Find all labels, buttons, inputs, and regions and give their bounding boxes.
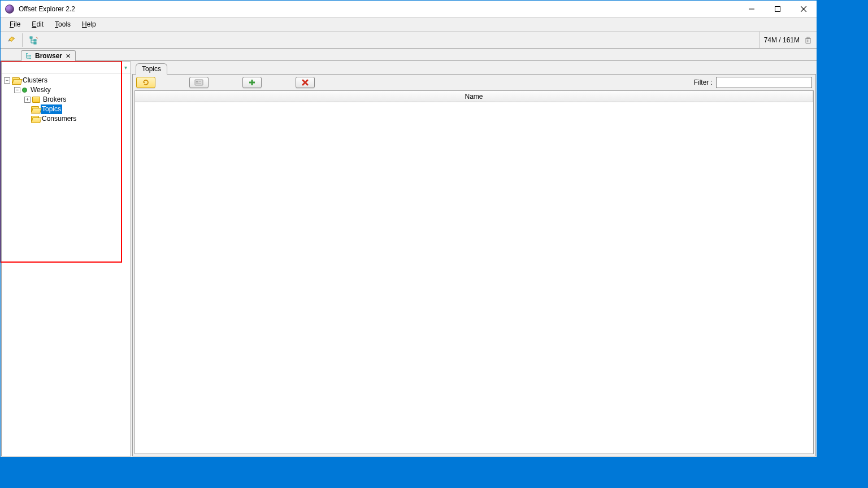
svg-rect-14 — [807, 37, 809, 38]
menu-tools[interactable]: Tools — [49, 19, 76, 30]
tree-node-topics[interactable]: Topics — [3, 104, 129, 114]
add-topic-button[interactable] — [242, 77, 262, 88]
menu-file[interactable]: File — [4, 19, 26, 30]
filter-clear-icon[interactable]: ▾ — [121, 64, 129, 71]
menu-edit[interactable]: Edit — [26, 19, 49, 30]
tree-label: Clusters — [21, 76, 49, 85]
tree-label: Brokers — [42, 95, 67, 104]
svg-rect-7 — [30, 37, 32, 38]
collapse-icon[interactable]: − — [4, 77, 10, 84]
menu-help[interactable]: Help — [76, 19, 102, 30]
folder-open-icon — [31, 116, 39, 122]
app-icon — [5, 5, 14, 14]
tree-icon — [29, 36, 38, 45]
svg-rect-17 — [29, 58, 31, 59]
tree-node-brokers[interactable]: + Brokers — [3, 95, 129, 104]
memory-indicator: 74M / 161M — [759, 32, 817, 48]
plug-icon — [6, 36, 15, 45]
svg-rect-8 — [34, 40, 36, 41]
add-cluster-button[interactable] — [3, 33, 19, 47]
editor-tabstrip: Browser ✕ — [1, 49, 817, 61]
svg-rect-9 — [34, 42, 36, 44]
plus-icon — [249, 79, 255, 86]
folder-icon — [32, 97, 40, 103]
tree-node-wesky[interactable]: − Wesky — [3, 85, 129, 95]
minimize-button[interactable] — [739, 1, 765, 18]
trash-icon — [804, 36, 812, 44]
delete-topic-button[interactable] — [296, 77, 315, 88]
tab-topics[interactable]: Topics — [136, 63, 167, 75]
tree-small-icon — [26, 53, 33, 59]
card-icon — [194, 79, 203, 86]
memory-text: 74M / 161M — [764, 36, 800, 44]
tab-label: Browser — [35, 52, 62, 60]
delete-x-icon — [302, 79, 309, 86]
detail-tabstrip: Topics — [132, 62, 816, 74]
tree-node-consumers[interactable]: Consumers — [3, 114, 129, 124]
app-window: Offset Explorer 2.2 File Edit Tools Help — [0, 0, 817, 457]
sidebar: ▾ − Clusters − Wesky + — [1, 62, 131, 456]
table-header: Name — [135, 91, 813, 102]
topics-toolbar: Filter : — [133, 75, 815, 90]
collapse-icon[interactable]: − — [14, 87, 20, 93]
refresh-icon — [142, 79, 150, 86]
svg-rect-16 — [29, 55, 31, 56]
titlebar: Offset Explorer 2.2 — [1, 1, 817, 18]
filter-label: Filter : — [694, 79, 713, 86]
cluster-tree[interactable]: − Clusters − Wesky + Brokers — [2, 73, 131, 126]
tree-label: Topics — [41, 104, 62, 114]
topics-panel: Filter : Name — [132, 74, 816, 456]
tree-node-clusters[interactable]: − Clusters — [3, 76, 129, 85]
tree-filter-input[interactable] — [2, 62, 121, 73]
topics-table[interactable]: Name — [134, 90, 814, 454]
tree-label: Wesky — [29, 85, 52, 95]
tab-close-icon[interactable]: ✕ — [66, 53, 71, 60]
tree-label: Consumers — [41, 114, 77, 124]
main-pane: Topics — [132, 62, 816, 456]
maximize-button[interactable] — [765, 1, 791, 18]
filter-input[interactable] — [716, 77, 812, 88]
svg-rect-1 — [775, 6, 780, 11]
menubar: File Edit Tools Help — [1, 18, 817, 32]
column-name[interactable]: Name — [135, 91, 813, 102]
tab-label: Topics — [142, 65, 161, 73]
table-body[interactable] — [135, 102, 813, 454]
window-title: Offset Explorer 2.2 — [19, 5, 75, 13]
svg-rect-10 — [806, 38, 810, 43]
refresh-button[interactable] — [136, 77, 155, 88]
expand-icon[interactable]: + — [24, 97, 31, 103]
properties-button[interactable] — [189, 77, 209, 88]
gc-button[interactable] — [804, 36, 812, 44]
svg-rect-19 — [196, 81, 198, 82]
status-connected-icon — [22, 88, 27, 93]
folder-open-icon — [12, 77, 20, 84]
sidebar-search: ▾ — [2, 62, 131, 73]
close-button[interactable] — [791, 1, 817, 18]
tab-browser[interactable]: Browser ✕ — [21, 50, 76, 61]
folder-open-icon — [31, 106, 39, 112]
svg-rect-15 — [26, 53, 28, 54]
workarea: ▾ − Clusters − Wesky + — [1, 61, 817, 457]
tree-view-button[interactable] — [26, 33, 42, 47]
toolbar: 74M / 161M — [1, 32, 817, 49]
